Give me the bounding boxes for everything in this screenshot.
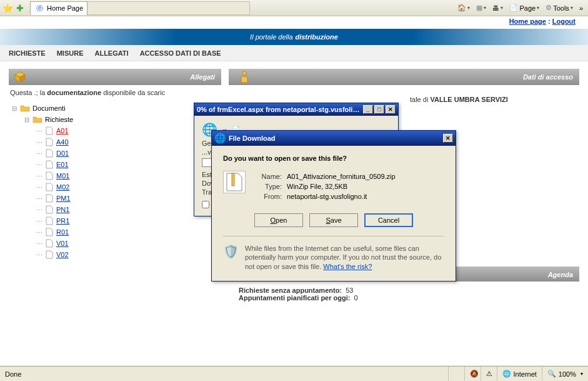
- logout-link[interactable]: Logout: [552, 18, 576, 25]
- home-page-link[interactable]: Home page: [509, 18, 546, 25]
- tree-leaf-m01[interactable]: ⋯M01: [34, 170, 221, 181]
- gear-icon: ⚙: [546, 4, 552, 12]
- print-button[interactable]: 🖶▾: [490, 3, 506, 13]
- folder-open-icon: [20, 104, 30, 113]
- tree-leaf-r01[interactable]: ⋯R01: [34, 226, 221, 238]
- page-icon: [45, 126, 54, 135]
- tree-leaf-v01[interactable]: ⋯V01: [34, 238, 221, 249]
- status-placeholder-1: [448, 367, 464, 381]
- page-icon: [45, 160, 54, 169]
- menu-accesso[interactable]: ACCESSO DATI DI BASE: [140, 49, 221, 57]
- print-icon: 🖶: [492, 4, 499, 12]
- close-button[interactable]: ✕: [443, 134, 453, 143]
- tree-node-richieste[interactable]: ⊟ Richieste: [21, 114, 221, 125]
- tree-leaf-pr1[interactable]: ⋯PR1: [34, 215, 221, 226]
- rss-icon: ▦: [476, 4, 482, 12]
- tree-root-documenti[interactable]: ⊟ Documenti: [9, 103, 221, 114]
- tree-leaf-d01[interactable]: ⋯D01: [34, 148, 221, 159]
- tree-leaf-a40[interactable]: ⋯A40: [34, 136, 221, 148]
- file-download-dialog: 🌐 File Download ✕ Do you want to open or…: [211, 130, 456, 282]
- phishing-filter-icon[interactable]: ⚠: [481, 367, 497, 381]
- favorites-star-icon[interactable]: ⭐: [2, 3, 12, 13]
- tools-menu-button[interactable]: ⚙Tools▾: [543, 3, 576, 13]
- tree-leaf-v02[interactable]: ⋯V02: [34, 249, 221, 260]
- whats-the-risk-link[interactable]: What's the risk?: [323, 263, 372, 270]
- svg-rect-4: [232, 173, 234, 186]
- page-icon: [45, 216, 54, 225]
- tab-title: Home Page: [47, 4, 83, 12]
- page-icon: [45, 183, 54, 191]
- chevron-right-icon: »: [579, 4, 583, 12]
- security-warning-text: While files from the Internet can be use…: [245, 244, 444, 271]
- dialog-title: File Download: [229, 135, 442, 142]
- home-button[interactable]: 🏠▾: [455, 3, 472, 13]
- page-icon: [45, 138, 54, 146]
- folder-open-icon: [32, 115, 42, 124]
- tree-leaf-m02[interactable]: ⋯M02: [34, 181, 221, 193]
- ie-tab-bar: ⭐ ✚ ⓔ Home Page 🏠▾ ▦▾ 🖶▾ 📄Page▾ ⚙Tools▾ …: [0, 0, 588, 16]
- popup-blocked-icon[interactable]: 🔕: [464, 367, 481, 381]
- save-button[interactable]: Save: [309, 213, 358, 227]
- minimize-button[interactable]: _: [363, 105, 373, 114]
- svg-point-3: [242, 71, 246, 75]
- globe-download-icon: 🌐: [214, 133, 226, 144]
- menu-misure[interactable]: MISURE: [57, 49, 84, 57]
- cube-icon: [14, 71, 26, 83]
- close-button[interactable]: ✕: [386, 105, 396, 114]
- tree-leaf-a01[interactable]: ⋯A01: [34, 125, 221, 136]
- ie-favicon-icon: ⓔ: [34, 3, 44, 13]
- agenda-stats: Richieste senza appuntamento: 53 Appunta…: [229, 282, 579, 302]
- page-icon: [45, 228, 54, 236]
- new-tab-button[interactable]: [87, 1, 250, 15]
- menu-richieste[interactable]: RICHIESTE: [9, 49, 46, 57]
- tree-leaf-e01[interactable]: ⋯E01: [34, 159, 221, 170]
- page-icon: [45, 149, 54, 158]
- main-menu: RICHIESTE MISURE ALLEGATI ACCESSO DATI D…: [0, 45, 588, 61]
- file-info-table: Name:A01_Attivazione_fornitura_0509.zip …: [253, 171, 397, 202]
- dialog-question: Do you want to open or save this file?: [223, 155, 444, 162]
- dati-accesso-panel-header: Dati di accesso: [229, 69, 579, 85]
- top-links: Home page : Logout: [0, 16, 588, 29]
- page-icon: [45, 171, 54, 180]
- browser-tab-active[interactable]: ⓔ Home Page: [30, 1, 87, 15]
- open-button[interactable]: Open: [254, 213, 303, 227]
- page-icon: [45, 239, 54, 248]
- person-icon: [236, 71, 249, 83]
- menu-allegati[interactable]: ALLEGATI: [94, 49, 128, 57]
- chevron-down-icon: ▾: [467, 5, 470, 11]
- home-icon: 🏠: [457, 4, 466, 12]
- globe-icon: 🌐: [502, 370, 511, 378]
- page-icon: [45, 205, 54, 214]
- allegati-panel-header: Allegati: [9, 69, 221, 85]
- chevron-more-button[interactable]: »: [577, 3, 586, 13]
- page-icon: [45, 250, 54, 259]
- progress-window-title: 0% of frmExcel.aspx from netaportal-stg.…: [197, 106, 362, 113]
- cancel-button[interactable]: Cancel: [364, 213, 413, 227]
- portal-banner: Il portale della distribuzione: [0, 29, 588, 45]
- welcome-text: tale di VALLE UMBRA SERVIZI: [229, 85, 579, 104]
- add-favorite-icon[interactable]: ✚: [15, 3, 25, 13]
- zone-internet[interactable]: 🌐Internet: [497, 367, 542, 381]
- zip-file-icon: [223, 171, 246, 193]
- shield-warning-icon: 🛡️: [223, 244, 239, 271]
- status-done: Done: [0, 370, 26, 378]
- ie-status-bar: Done 🔕 ⚠ 🌐Internet 🔍100%▾: [0, 366, 588, 381]
- tree-leaf-pm1[interactable]: ⋯PM1: [34, 193, 221, 204]
- zoom-control[interactable]: 🔍100%▾: [542, 367, 588, 381]
- collapse-icon[interactable]: ⊟: [21, 116, 32, 123]
- zoom-icon: 🔍: [547, 370, 556, 378]
- collapse-icon[interactable]: ⊟: [9, 105, 20, 112]
- page-icon: 📄: [509, 4, 518, 12]
- page-menu-button[interactable]: 📄Page▾: [507, 3, 542, 13]
- maximize-button[interactable]: □: [374, 105, 384, 114]
- page-icon: [45, 194, 54, 203]
- document-tree: ⊟ Documenti ⊟ Richieste ⋯A01 ⋯A40 ⋯D01 ⋯…: [9, 100, 221, 260]
- tree-leaf-pn1[interactable]: ⋯PN1: [34, 204, 221, 215]
- feeds-button[interactable]: ▦▾: [474, 3, 489, 13]
